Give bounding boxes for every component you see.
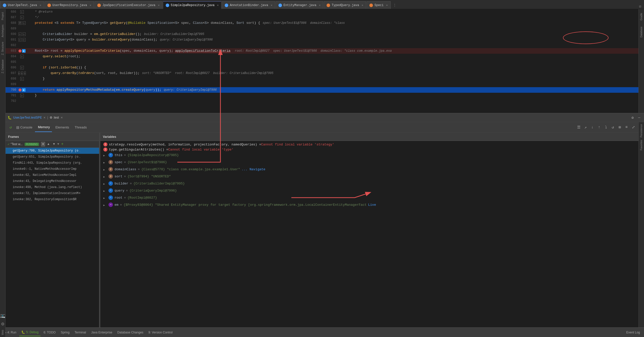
tab-TypedQuery[interactable]: TypedQuery.java ✕ bbox=[324, 1, 366, 9]
frames-toolbar[interactable]: ✓ "Test w... RUNNING ▼ ▲ ▼ ▼ + bbox=[6, 141, 99, 148]
sidebar-project[interactable]: Project bbox=[1, 10, 5, 22]
var-em[interactable]: ▶ ∞ em = {$Proxy93@8064} "Shared EntityM… bbox=[100, 202, 638, 209]
step-arrow[interactable]: ▶ bbox=[22, 49, 26, 53]
tab-close[interactable]: ✕ bbox=[386, 4, 388, 7]
favorites-label[interactable]: Favorites bbox=[639, 139, 644, 151]
fold-button[interactable]: ▷ bbox=[18, 71, 20, 75]
fold-button[interactable]: ▷ bbox=[23, 32, 26, 36]
sidebar-web[interactable]: Web bbox=[1, 328, 5, 337]
fold-button[interactable]: ▷ bbox=[20, 10, 24, 14]
fold-button[interactable]: ▷ bbox=[21, 71, 23, 75]
expand-icon[interactable]: ▶ bbox=[103, 160, 107, 165]
var-spec[interactable]: ▶ p spec = {UserJpeTest$1@7986} bbox=[100, 159, 638, 166]
expand-icon[interactable]: ▶ bbox=[103, 196, 107, 201]
tab-threads[interactable]: Threads bbox=[72, 123, 89, 132]
minimize-icon[interactable]: — bbox=[636, 115, 642, 120]
show-frames-button[interactable]: ☰ bbox=[576, 124, 582, 130]
tab-close[interactable]: ✕ bbox=[40, 4, 41, 7]
tab-close[interactable]: ✕ bbox=[158, 4, 160, 7]
tab-SimpleJpaRepository[interactable]: SimpleJpaRepository.java ✕ bbox=[163, 1, 221, 9]
status-todo[interactable]: 6: TODO bbox=[42, 329, 58, 336]
step-out-button[interactable]: ↑ bbox=[596, 124, 602, 130]
database-sidebar-icon[interactable]: Database bbox=[639, 24, 644, 40]
gear-icon[interactable]: ⚙ bbox=[0, 321, 6, 327]
thread-dropdown[interactable]: ▼ bbox=[41, 142, 45, 146]
frame-item[interactable]: findAll:443, SimpleJpaRepository (org. bbox=[6, 160, 99, 166]
bookmark-icon[interactable]: ☑ bbox=[637, 3, 643, 9]
frame-item[interactable]: invoke0:-1, NativeMethodAccessorImp bbox=[6, 166, 99, 172]
breakpoint-dot[interactable] bbox=[18, 49, 22, 52]
gradle-icon[interactable]: Gradle bbox=[639, 9, 644, 24]
camera-icon[interactable]: 📷 bbox=[0, 313, 6, 320]
frame-item[interactable]: invoke:72, ImplementationInvocationM 👁 bbox=[6, 190, 99, 196]
fold-button[interactable]: ▷ bbox=[23, 38, 26, 42]
fold-button[interactable]: @ bbox=[18, 21, 22, 25]
tab-elements[interactable]: Elements bbox=[52, 123, 71, 132]
tab-console[interactable]: ▤ Console bbox=[14, 123, 34, 132]
current-line-arrow[interactable]: ▶ bbox=[22, 88, 26, 92]
frame-item[interactable]: invoke:62, NativeMethodAccessorImpl bbox=[6, 172, 99, 178]
tab-close[interactable]: ✕ bbox=[217, 4, 219, 7]
debug-session-close[interactable]: ✕ bbox=[43, 116, 46, 119]
var-root[interactable]: ▶ ≡ root = {RootImpl@8027} bbox=[100, 195, 638, 202]
status-terminal[interactable]: Terminal bbox=[72, 329, 88, 336]
line-gutter[interactable]: ▶ bbox=[18, 88, 26, 92]
var-query[interactable]: ▶ ≡ query = {CriteriaQueryImpl@7996} bbox=[100, 188, 638, 195]
frame-item-selected[interactable]: getQuery:700, SimpleJpaRepository (o … bbox=[6, 148, 99, 154]
var-sort[interactable]: ▶ p sort = {Sort@7994} "UNSORTED" bbox=[100, 173, 638, 180]
add-watchpoint-button[interactable]: + bbox=[61, 142, 64, 146]
fold-button[interactable]: ▷ bbox=[18, 38, 22, 42]
fold-button[interactable]: ▷ bbox=[20, 94, 24, 97]
var-domainClass[interactable]: ▶ p domainClass = {Class@5778} "class co… bbox=[100, 166, 638, 173]
line-gutter[interactable]: ▶ bbox=[18, 49, 26, 53]
tab-more-button[interactable]: ⋮ bbox=[391, 1, 398, 9]
fold-button[interactable]: ▷ bbox=[20, 55, 24, 58]
frame-down-button[interactable]: ▼ bbox=[52, 142, 56, 146]
step-over-button[interactable]: ↗ bbox=[582, 124, 589, 130]
customize-button[interactable]: ≡ bbox=[623, 124, 630, 130]
expand-icon[interactable]: ▶ bbox=[103, 167, 107, 173]
run-to-cursor[interactable]: ↺ bbox=[610, 124, 616, 130]
status-db-changes[interactable]: Database Changes bbox=[115, 329, 145, 336]
persistence-label[interactable]: Persistence bbox=[639, 123, 644, 138]
tab-close[interactable]: ✕ bbox=[362, 4, 363, 7]
status-version-control[interactable]: 9: Version Control bbox=[146, 329, 175, 336]
debug-session-controls[interactable]: ⚙ — bbox=[630, 115, 642, 120]
tab-bar[interactable]: UserJpeTest.java ✕ UserRepository.java ✕… bbox=[0, 0, 644, 9]
force-step-into[interactable]: ⤵ bbox=[603, 124, 609, 130]
navigate-link[interactable]: ... Navigate bbox=[242, 167, 266, 172]
status-java-enterprise[interactable]: Java Enterprise bbox=[89, 329, 114, 336]
expand-icon[interactable]: ▶ bbox=[103, 175, 107, 180]
tab-memory[interactable]: Memory bbox=[35, 123, 52, 132]
status-spring[interactable]: Spring bbox=[59, 329, 72, 336]
tab-close[interactable]: ✕ bbox=[319, 4, 321, 7]
tab-AnnotationBinder[interactable]: AnnotationBinder.java ✕ bbox=[222, 1, 275, 9]
debugger-controls[interactable]: ☰ ↗ ↓ ↑ ⤵ ↺ ⊞ ≡ ⤢ bbox=[576, 124, 636, 130]
expand-icon[interactable]: ▶ bbox=[103, 153, 107, 158]
tab-JpaSpec[interactable]: JpaSpecificationExecutor.java ✕ bbox=[94, 1, 162, 9]
filter-icon[interactable]: ▼ bbox=[57, 142, 59, 146]
var-builder[interactable]: ▶ ≡ builder = {CriteriaBuilderImpl@7995} bbox=[100, 180, 638, 188]
sidebar-archetypes[interactable]: Archetypes bbox=[1, 23, 5, 39]
frame-item[interactable]: invoke:382, RepositoryComposition$R bbox=[6, 196, 99, 202]
tab-close[interactable]: ✕ bbox=[271, 4, 272, 7]
fold-button-arrow[interactable]: ▷ bbox=[23, 21, 26, 25]
settings-icon[interactable]: ⚙ bbox=[630, 115, 635, 120]
tab-UserRepository[interactable]: UserRepository.java ✕ bbox=[45, 1, 94, 9]
fold-button[interactable]: ▷ bbox=[20, 66, 24, 69]
frame-item[interactable]: invoke:43, DelegatingMethodAccessor bbox=[6, 178, 99, 184]
frame-item[interactable]: getQuery:651, SimpleJpaRepository (o … bbox=[6, 154, 99, 160]
sidebar-database[interactable]: Z: Database bbox=[1, 58, 5, 75]
tab-Speci[interactable]: Speci ✕ bbox=[367, 1, 391, 9]
expand-icon[interactable]: ▶ bbox=[103, 182, 107, 187]
frame-up-button[interactable]: ▲ bbox=[46, 142, 51, 146]
expand-icon[interactable]: ▶ bbox=[103, 189, 107, 194]
breakpoint-dot[interactable] bbox=[18, 88, 22, 91]
status-debug[interactable]: 🐛 5: Debug bbox=[19, 329, 41, 336]
tab-UserJpeTest[interactable]: UserJpeTest.java ✕ bbox=[0, 1, 44, 9]
debug-controls-bar[interactable]: ↺ ▤ Console Memory Elements Threads ☰ ↗ … bbox=[6, 122, 638, 133]
fold-button[interactable]: ▷ bbox=[18, 32, 22, 36]
fold-button[interactable]: ▷ bbox=[20, 77, 24, 81]
var-this[interactable]: ▶ ≡ this = {SimpleJpaRepository@7985} bbox=[100, 152, 638, 159]
debug-test-close[interactable]: ✕ bbox=[61, 116, 63, 119]
